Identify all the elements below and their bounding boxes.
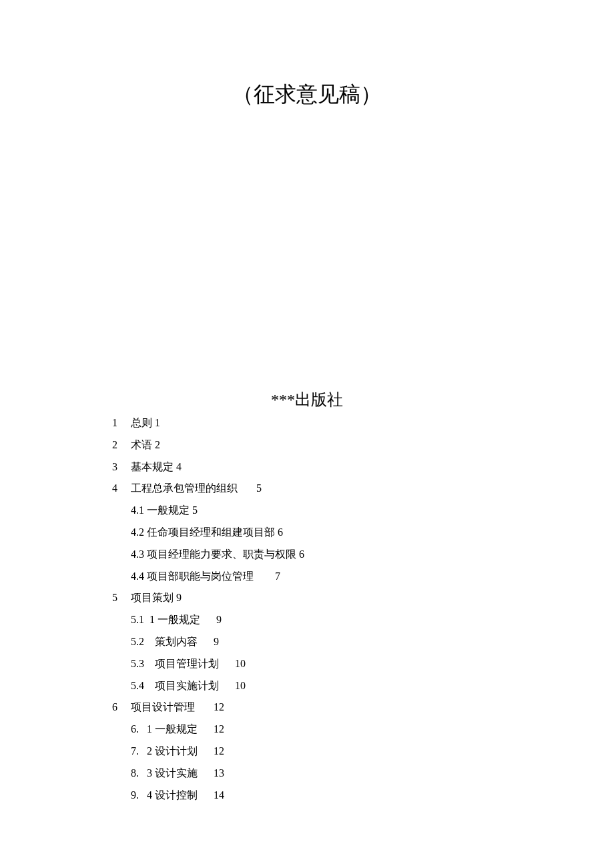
toc-number: 3 xyxy=(112,456,131,478)
toc-text: 总则 1 xyxy=(131,412,160,434)
table-of-contents: 1总则 12术语 23基本规定 44工程总承包管理的组织 54.1 一般规定 5… xyxy=(112,412,304,806)
toc-sub-entry: 5.4 项目实施计划 10 xyxy=(131,675,304,697)
toc-entry: 3基本规定 4 xyxy=(112,456,304,478)
toc-sub-entry: 4.3 项目经理能力要求、职责与权限 6 xyxy=(131,544,304,566)
toc-sub-entry: 5.2 策划内容 9 xyxy=(131,631,304,653)
toc-number: 1 xyxy=(112,412,131,434)
toc-sub-entry: 4.2 任命项目经理和组建项目部 6 xyxy=(131,522,304,544)
toc-text: 工程总承包管理的组织 5 xyxy=(131,478,262,500)
toc-entry: 6项目设计管理 12 xyxy=(112,697,304,719)
toc-sub-entry: 6. 1 一般规定 12 xyxy=(131,719,304,741)
toc-sub-entry: 9. 4 设计控制 14 xyxy=(131,785,304,807)
toc-sub-text: 4.4 项目部职能与岗位管理 7 xyxy=(131,566,280,588)
toc-sub-entry: 8. 3 设计实施 13 xyxy=(131,763,304,785)
toc-sub-text: 9. 4 设计控制 14 xyxy=(131,785,224,807)
toc-number: 6 xyxy=(112,697,131,719)
publisher-name: ***出版社 xyxy=(0,389,614,410)
toc-sub-entry: 5.1 1 一般规定 9 xyxy=(131,609,304,631)
toc-sub-entry: 4.1 一般规定 5 xyxy=(131,500,304,522)
toc-sub-entry: 7. 2 设计计划 12 xyxy=(131,741,304,763)
toc-sub-text: 5.3 项目管理计划 10 xyxy=(131,653,246,675)
toc-sub-text: 4.3 项目经理能力要求、职责与权限 6 xyxy=(131,544,304,566)
toc-sub-text: 6. 1 一般规定 12 xyxy=(131,719,224,741)
toc-sub-text: 4.1 一般规定 5 xyxy=(131,500,198,522)
toc-sub-text: 5.1 1 一般规定 9 xyxy=(131,609,222,631)
toc-entry: 5项目策划 9 xyxy=(112,587,304,609)
toc-text: 基本规定 4 xyxy=(131,456,182,478)
toc-sub-entry: 5.3 项目管理计划 10 xyxy=(131,653,304,675)
toc-number: 5 xyxy=(112,587,131,609)
toc-sub-text: 4.2 任命项目经理和组建项目部 6 xyxy=(131,522,283,544)
toc-sub-text: 5.4 项目实施计划 10 xyxy=(131,675,246,697)
toc-number: 2 xyxy=(112,434,131,456)
toc-sub-text: 5.2 策划内容 9 xyxy=(131,631,219,653)
toc-sub-entry: 4.4 项目部职能与岗位管理 7 xyxy=(131,566,304,588)
toc-text: 术语 2 xyxy=(131,434,160,456)
toc-sub-text: 7. 2 设计计划 12 xyxy=(131,741,224,763)
toc-entry: 4工程总承包管理的组织 5 xyxy=(112,478,304,500)
toc-entry: 1总则 1 xyxy=(112,412,304,434)
toc-sub-text: 8. 3 设计实施 13 xyxy=(131,763,224,785)
toc-text: 项目策划 9 xyxy=(131,587,182,609)
toc-number: 4 xyxy=(112,478,131,500)
document-title: （征求意见稿） xyxy=(0,80,614,109)
toc-text: 项目设计管理 12 xyxy=(131,697,224,719)
toc-entry: 2术语 2 xyxy=(112,434,304,456)
